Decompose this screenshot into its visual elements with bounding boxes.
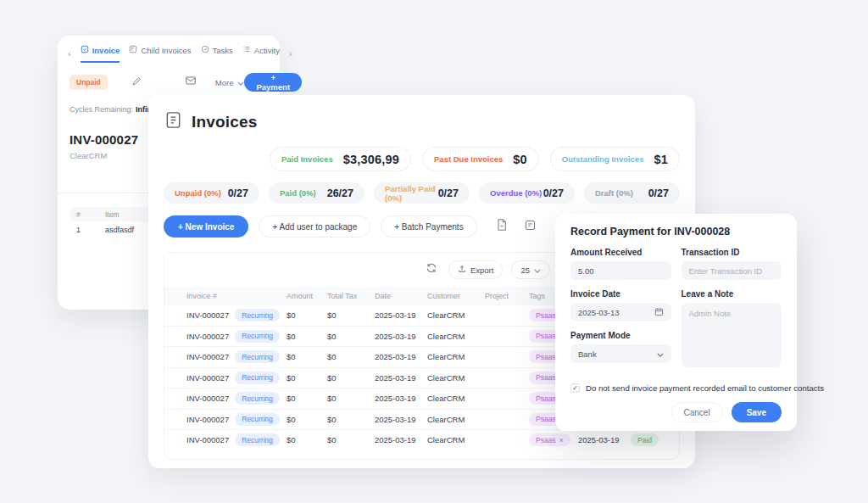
batch-payments-button[interactable]: + Batch Payments <box>381 215 476 238</box>
page-size-select[interactable]: 25 <box>511 260 550 279</box>
cell-amount: $0 <box>287 310 327 320</box>
report-button[interactable] <box>521 217 540 236</box>
refresh-button[interactable] <box>423 261 440 278</box>
cell-customer: ClearCRM <box>427 394 485 403</box>
col-total-tax: Total Tax <box>327 292 375 300</box>
email-button[interactable] <box>185 74 197 91</box>
note-label: Leave a Note <box>682 289 782 299</box>
recurring-badge: Recurring <box>235 372 280 384</box>
transaction-id-group: Transaction ID <box>682 248 782 280</box>
filter-overdue[interactable]: Overdue (0%) 0/27 <box>479 182 575 204</box>
tab-invoice-label: Invoice <box>92 46 120 55</box>
check-icon: ✓ <box>572 384 578 392</box>
cancel-button[interactable]: Cancel <box>671 402 723 422</box>
row-invoice-number: INV-000027 <box>186 310 229 320</box>
stat-paid-invoices: Paid Invoices $3,306,99 <box>270 147 411 171</box>
transaction-id-label: Transaction ID <box>682 248 782 257</box>
payment-mode-label: Payment Mode <box>570 331 671 340</box>
row-invoice-number: INV-000027 <box>186 332 229 341</box>
cell-invoice: INV-000027 Recurring <box>186 309 287 321</box>
add-user-to-package-button[interactable]: + Add user to package <box>259 215 370 238</box>
status-filter-row: Unpaid (0%) 0/27 Paid (0%) 26/27 Partial… <box>164 182 680 204</box>
cell-tax: $0 <box>327 373 375 383</box>
filter-label: Draft (0%) <box>595 188 633 198</box>
cell-customer: ClearCRM <box>427 332 485 341</box>
tab-activity[interactable]: Activity <box>242 45 280 63</box>
refresh-icon <box>426 262 437 277</box>
no-email-checkbox-row[interactable]: ✓ Do not send invoice payment recorded e… <box>570 383 782 393</box>
cell-due-date: 2025-03-19 <box>578 435 631 444</box>
cell-date: 2025-03-19 <box>375 332 427 341</box>
filter-draft[interactable]: Draft (0%) 0/27 <box>584 182 680 204</box>
cell-date: 2025-03-19 <box>375 310 427 320</box>
payment-mode-value: Bank <box>578 349 597 359</box>
payment-mode-group: Payment Mode Bank <box>570 331 671 363</box>
tab-tasks[interactable]: Tasks <box>201 45 233 63</box>
more-label: More <box>215 78 234 87</box>
filter-paid[interactable]: Paid (0%) 26/27 <box>269 182 364 204</box>
row-invoice-number: INV-000027 <box>186 352 229 361</box>
stat-value: $0 <box>513 153 527 166</box>
filter-value: 26/27 <box>327 187 353 199</box>
recurring-badge: Recurring <box>235 309 280 321</box>
filter-unpaid[interactable]: Unpaid (0%) 0/27 <box>164 182 259 204</box>
cell-customer: ClearCRM <box>427 310 485 320</box>
page: ‹ Invoice Child Invoices Tasks Activity … <box>0 0 868 503</box>
tag-label: Psaas <box>536 332 556 340</box>
new-invoice-button[interactable]: + New Invoice <box>164 215 248 238</box>
checkbox-label: Do not send invoice payment recorded ema… <box>586 383 824 393</box>
edit-button[interactable] <box>131 74 142 91</box>
cell-customer: ClearCRM <box>427 373 485 383</box>
filter-value: 0/27 <box>438 187 459 199</box>
transaction-id-input[interactable] <box>682 261 782 280</box>
filter-partially-paid[interactable]: Partially Paid (0%) 0/27 <box>374 182 470 204</box>
tag-label: Psaas <box>536 415 556 423</box>
invoice-date-input[interactable]: 2025-03-13 <box>570 303 671 321</box>
amount-received-input[interactable] <box>570 261 671 280</box>
note-textarea[interactable] <box>682 303 782 367</box>
cell-invoice: INV-000027 Recurring <box>186 392 287 405</box>
payment-button[interactable]: + Payment <box>244 73 302 92</box>
checkbox-checked[interactable]: ✓ <box>570 383 580 393</box>
recurring-badge: Recurring <box>235 330 280 343</box>
tab-child-invoices[interactable]: Child Invoices <box>129 45 191 63</box>
tag-label: Psaas <box>536 436 556 444</box>
cell-date: 2025-03-19 <box>375 394 427 403</box>
tab-activity-label: Activity <box>254 46 280 55</box>
cell-invoice: INV-000027 Recurring <box>186 372 287 384</box>
page-size-value: 25 <box>520 265 530 275</box>
tabs-scroll-right-icon[interactable]: › <box>289 49 292 59</box>
items-col-num: # <box>76 210 105 219</box>
cell-date: 2025-03-19 <box>375 435 427 444</box>
note-group: Leave a Note <box>682 289 782 367</box>
row-invoice-number: INV-000027 <box>186 373 229 383</box>
detail-action-row: Unpaid More + Payment <box>70 73 271 92</box>
cell-date: 2025-03-19 <box>375 415 427 424</box>
cell-amount: $0 <box>287 373 327 383</box>
pdf-export-button[interactable] <box>492 217 511 236</box>
cell-tax: $0 <box>327 352 375 361</box>
save-button[interactable]: Save <box>732 402 782 422</box>
tag-label: Psaas <box>536 394 556 403</box>
tab-invoice[interactable]: Invoice <box>81 45 120 63</box>
cell-date: 2025-03-19 <box>375 373 427 383</box>
export-button[interactable]: Export <box>448 260 503 279</box>
tabs-scroll-left-icon[interactable]: ‹ <box>68 49 71 59</box>
filter-label: Partially Paid (0%) <box>385 184 438 203</box>
invoice-date-label: Invoice Date <box>570 289 671 299</box>
tag-remove-icon[interactable]: × <box>559 436 564 444</box>
more-menu-button[interactable]: More <box>215 78 245 87</box>
cell-amount: $0 <box>287 435 327 444</box>
tab-tasks-label: Tasks <box>213 46 233 55</box>
filter-value: 0/27 <box>648 187 669 199</box>
chevron-down-icon <box>237 78 244 87</box>
stat-outstanding-invoices: Outstanding Invoices $1 <box>550 147 680 171</box>
recurring-badge: Recurring <box>235 413 280 426</box>
payment-mode-select[interactable]: Bank <box>570 344 671 363</box>
export-upload-icon <box>458 265 466 275</box>
stat-label: Outstanding Invoices <box>562 154 644 164</box>
table-row[interactable]: INV-000027 Recurring $0 $0 2025-03-19 Cl… <box>164 429 679 450</box>
detail-tabbar: ‹ Invoice Child Invoices Tasks Activity … <box>58 36 280 63</box>
receipt-icon <box>164 110 183 133</box>
modal-actions: Cancel Save <box>570 402 782 422</box>
